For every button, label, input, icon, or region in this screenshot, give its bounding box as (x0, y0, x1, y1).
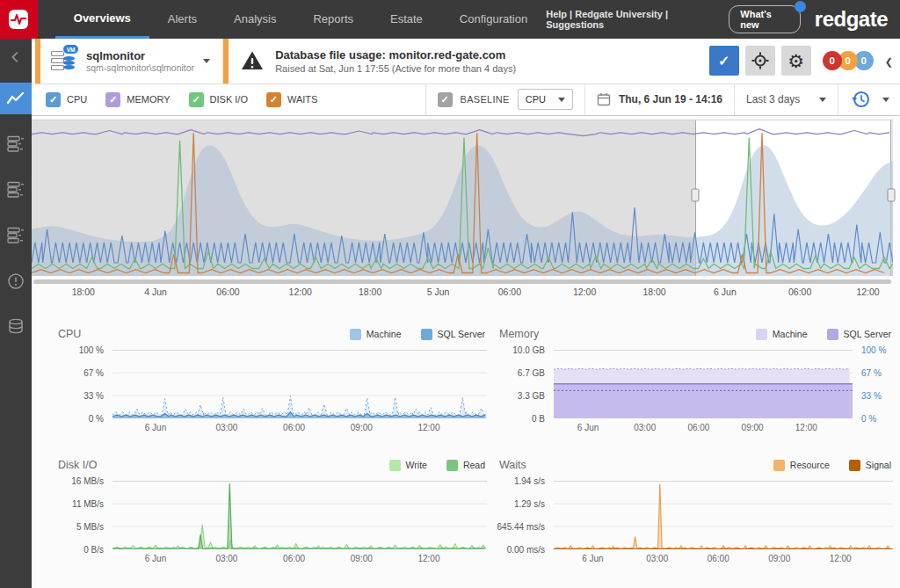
settings-gear-button[interactable] (781, 46, 811, 76)
nav-tab-estate[interactable]: Estate (372, 0, 441, 39)
acknowledge-check-button[interactable] (709, 46, 739, 76)
server-list-icon (7, 181, 25, 199)
memory-legend: Machine SQL Server (756, 329, 891, 340)
disk-io-chart-title: Disk I/O (58, 459, 97, 471)
server-instance: sqm-sqlmonitor\sqlmonitor (86, 62, 194, 73)
y-tick-label: 33 % (83, 391, 104, 401)
timeline-tick-label: 12:00 (289, 287, 312, 297)
server-selector[interactable]: VM sqlmonitor sqm-sqlmonitor\sqlmonitor (40, 39, 223, 83)
timeline-axis: 18:004 Jun06:0012:0018:005 Jun06:0012:00… (32, 287, 893, 300)
timeline-scrollbar[interactable] (33, 279, 891, 284)
nav-tab-configuration[interactable]: Configuration (441, 0, 546, 39)
datetime-picker[interactable]: Thu, 6 Jun 19 - 14:16 (584, 84, 734, 115)
nav-tab-analysis[interactable]: Analysis (215, 0, 294, 39)
waits-chart-title: Waits (499, 459, 526, 471)
metric-label: MEMORY (127, 94, 170, 105)
alert-text: Database file usage: monitor.red-gate.co… (275, 48, 516, 74)
sql-server-swatch-icon (827, 329, 838, 340)
disk-plot (112, 481, 487, 549)
x-tick-label: 12:00 (417, 554, 439, 563)
baseline-metric-select[interactable]: CPU (518, 89, 573, 110)
disk-io-chart-card: Disk I/O Write Read 16 MB/s11 MB/s5 MB/s… (54, 457, 487, 566)
refresh-options-caret[interactable] (882, 98, 889, 102)
x-tick-label: 03:00 (634, 423, 656, 432)
metric-filter-memory[interactable]: MEMORY (105, 92, 170, 107)
legend-item: Machine (350, 329, 402, 340)
legend-item: Machine (756, 329, 808, 340)
legend-label: Write (406, 460, 427, 470)
brush-handle-end[interactable] (888, 188, 896, 201)
sidebar-item-databases[interactable] (0, 311, 32, 343)
sidebar-collapse-icon[interactable] (0, 39, 32, 76)
locate-target-button[interactable] (745, 46, 775, 76)
sidebar-item-server-list-2[interactable] (0, 174, 32, 206)
disk-y-axis: 16 MB/s11 MB/s5 MB/s0 B/s (54, 481, 112, 549)
metric-filter-disk-io[interactable]: DISK I/O (189, 92, 248, 107)
legend-item: Write (389, 460, 427, 471)
metric-filter-cpu[interactable]: CPU (46, 92, 87, 107)
time-range-value: Last 3 days (746, 93, 800, 105)
time-range-select[interactable]: Last 3 days (734, 84, 838, 115)
refresh-section (838, 84, 900, 115)
timeline-tick-label: 18:00 (642, 287, 665, 297)
server-list-icon (7, 135, 25, 153)
legend-item: Resource (773, 460, 830, 471)
help-links[interactable]: Help | Redgate University | Suggestions (546, 9, 715, 30)
y-tick-label: 1.29 s/s (514, 499, 545, 509)
nav-tab-reports[interactable]: Reports (294, 0, 372, 39)
metric-filter-waits[interactable]: WAITS (266, 92, 317, 107)
waits-chart-card: Waits Resource Signal 1.94 s/s1.29 s/s64… (496, 457, 893, 566)
app-window: Overviews Alerts Analysis Reports Estate… (0, 0, 900, 588)
whats-new-label: What's new (740, 9, 772, 30)
collapse-panel-icon[interactable] (885, 53, 893, 69)
legend-label: Machine (773, 329, 808, 339)
legend-label: SQL Server (438, 329, 485, 339)
timeline-tick-label: 18:00 (359, 287, 381, 297)
alert-count-badges: 0 0 0 (823, 51, 874, 70)
high-alert-count-badge[interactable]: 0 (823, 51, 842, 70)
alert-toolbar: 0 0 0 (709, 39, 900, 83)
baseline-checkbox[interactable] (438, 92, 453, 107)
memory-y-axis-right: 100 %67 %33 %0 % (853, 350, 893, 418)
x-tick-label: 03:00 (646, 554, 668, 563)
legend-label: Signal (866, 460, 891, 470)
top-nav: Overviews Alerts Analysis Reports Estate… (0, 0, 900, 39)
timeline-tick-label: 06:00 (498, 287, 521, 297)
x-tick-label: 6 Jun (577, 423, 599, 432)
target-icon (751, 52, 769, 69)
x-tick-label: 12:00 (417, 423, 439, 432)
sidebar-item-server-list-1[interactable] (0, 128, 32, 160)
vm-badge: VM (62, 44, 79, 54)
y-tick-label: 0 B/s (83, 545, 104, 555)
sql-monitor-logo-icon[interactable] (0, 0, 38, 39)
sidebar-item-alerts[interactable] (0, 265, 32, 297)
waits-plot (554, 481, 893, 549)
nav-tab-alerts[interactable]: Alerts (149, 0, 215, 39)
x-tick-label: 09:00 (742, 423, 764, 432)
main-content: VM sqlmonitor sqm-sqlmonitor\sqlmonitor (32, 39, 900, 588)
metric-label: CPU (67, 94, 87, 105)
x-tick-label: 06:00 (708, 554, 729, 563)
history-refresh-button[interactable] (851, 89, 872, 110)
brush-handle-start[interactable] (691, 188, 699, 201)
x-tick-label: 6 Jun (145, 554, 166, 563)
whats-new-button[interactable]: What's new (729, 5, 801, 33)
sidebar-item-server-overview[interactable] (0, 83, 32, 114)
primary-nav: Overviews Alerts Analysis Reports Estate… (55, 0, 546, 39)
nav-tab-overviews[interactable]: Overviews (55, 0, 149, 39)
machine-swatch-icon (350, 329, 361, 340)
y-right-tick-label: 0 % (861, 414, 876, 424)
checkbox-checked-icon (266, 92, 281, 107)
cpu-chart-title: CPU (58, 328, 81, 340)
y-tick-label: 10.0 GB (512, 345, 545, 355)
timeline-section: 18:004 Jun06:0012:0018:005 Jun06:0012:00… (32, 116, 900, 300)
datetime-value: Thu, 6 Jun 19 - 14:16 (619, 93, 722, 105)
y-right-tick-label: 100 % (861, 345, 886, 355)
sidebar-item-server-list-3[interactable] (0, 220, 32, 251)
timeline-plot[interactable] (32, 120, 893, 276)
waits-x-axis: 6 Jun03:0006:0009:0012:00 (554, 554, 893, 566)
x-tick-label: 03:00 (215, 554, 237, 563)
exclamation-circle-icon (7, 272, 25, 290)
activity-graph-icon (6, 89, 25, 108)
active-alert[interactable]: Database file usage: monitor.red-gate.co… (229, 39, 516, 83)
